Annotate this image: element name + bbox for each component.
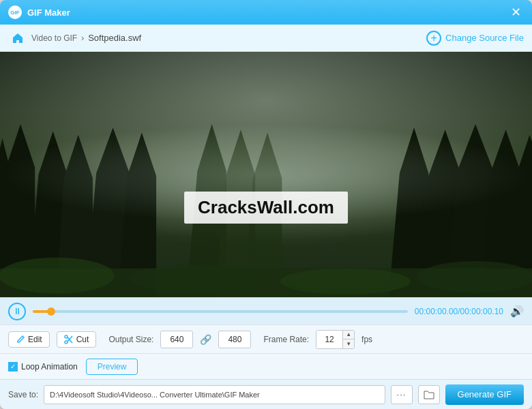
browse-button[interactable]: ··· <box>391 385 413 404</box>
breadcrumb: Video to GIF › Softpedia.swf <box>8 29 141 48</box>
height-input[interactable] <box>218 331 251 348</box>
folder-icon <box>424 390 434 399</box>
app-icon: GIF <box>8 5 22 19</box>
save-to-label: Save to: <box>8 390 38 399</box>
breadcrumb-arrow: › <box>81 33 84 43</box>
edit-icon <box>16 335 25 344</box>
titlebar-left: GIF GIF Maker <box>8 5 70 19</box>
breadcrumb-sep-1: Video to GIF <box>31 33 77 43</box>
save-bar: Save to: D:\4Videosoft Studio\4Videoso..… <box>0 379 532 409</box>
preview-button[interactable]: Preview <box>86 359 138 375</box>
navbar: Video to GIF › Softpedia.swf + Change So… <box>0 25 532 52</box>
loop-checkbox[interactable]: ✓ <box>8 362 18 372</box>
fps-arrows: ▲ ▼ <box>342 331 354 348</box>
loop-bar: ✓ Loop Animation Preview <box>0 353 532 379</box>
breadcrumb-file: Softpedia.swf <box>88 33 141 43</box>
loop-animation-checkbox-wrap: ✓ Loop Animation <box>8 362 78 372</box>
cut-icon <box>64 335 74 344</box>
progress-bar[interactable] <box>33 310 408 313</box>
home-icon[interactable] <box>8 29 27 48</box>
svg-point-23 <box>65 341 68 344</box>
link-icon: 🔗 <box>200 334 211 345</box>
edit-button[interactable]: Edit <box>8 331 50 348</box>
app-window: GIF GIF Maker ✕ Video to GIF › Softpedia… <box>0 0 532 409</box>
svg-point-22 <box>417 261 532 293</box>
time-display: 00:00:00.00/00:00:00.10 <box>415 307 503 316</box>
video-preview: CracksWall.com <box>0 52 532 297</box>
fps-up-arrow[interactable]: ▲ <box>343 331 354 339</box>
fps-down-arrow[interactable]: ▼ <box>343 339 354 348</box>
change-source-button[interactable]: + Change Source File <box>426 31 524 46</box>
svg-point-20 <box>129 264 274 293</box>
fps-input[interactable] <box>316 331 342 348</box>
titlebar: GIF GIF Maker ✕ <box>0 0 532 25</box>
fps-unit-label: fps <box>361 335 372 344</box>
frame-rate-label: Frame Rate: <box>263 335 309 344</box>
playback-controls: ⏸ 00:00:00.00/00:00:00.10 🔊 <box>0 297 532 324</box>
svg-point-21 <box>280 269 411 294</box>
pause-button[interactable]: ⏸ <box>8 303 26 320</box>
open-folder-button[interactable] <box>418 385 440 404</box>
svg-point-24 <box>65 335 68 338</box>
options-bar: Edit Cut Output Size: 🔗 Frame Rate: ▲ ▼ … <box>0 324 532 353</box>
add-file-icon: + <box>426 31 441 46</box>
close-button[interactable]: ✕ <box>507 4 524 20</box>
loop-label: Loop Animation <box>21 362 78 372</box>
volume-icon[interactable]: 🔊 <box>510 305 524 318</box>
fps-control: ▲ ▼ <box>316 330 355 349</box>
watermark: CracksWall.com <box>184 192 348 224</box>
output-size-label: Output Size: <box>108 335 153 344</box>
progress-handle[interactable] <box>47 307 55 316</box>
app-title: GIF Maker <box>27 7 70 18</box>
generate-gif-button[interactable]: Generate GIF <box>445 384 524 405</box>
change-source-label: Change Source File <box>445 33 524 43</box>
cut-button[interactable]: Cut <box>57 331 97 348</box>
save-path-display: D:\4Videosoft Studio\4Videoso... Convert… <box>44 385 385 404</box>
width-input[interactable] <box>160 331 193 348</box>
svg-point-19 <box>0 258 115 294</box>
check-icon: ✓ <box>10 363 16 370</box>
